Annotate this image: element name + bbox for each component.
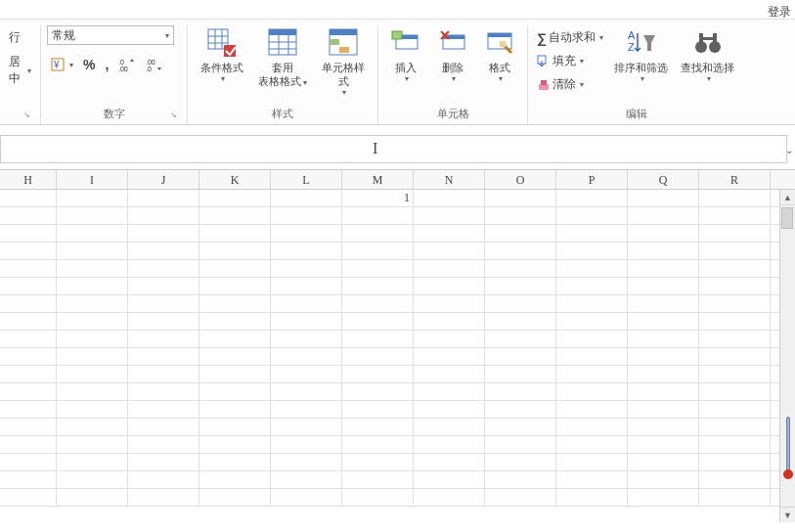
formula-bar-expand-icon[interactable]: ⌄ [785,144,793,155]
column-header[interactable]: O [485,170,556,189]
cell[interactable] [0,295,57,312]
find-select-button[interactable]: 查找和选择 ▾ [677,25,739,85]
cell[interactable] [271,366,342,382]
cell[interactable] [0,331,57,347]
cell[interactable] [342,454,414,470]
cell[interactable] [485,348,556,365]
cell[interactable] [699,207,771,224]
cell[interactable] [485,383,556,400]
cell[interactable] [0,225,57,242]
cell-style-button[interactable]: 单元格样式 ▾ [315,25,372,99]
cell[interactable] [628,436,699,453]
cell[interactable] [57,454,128,470]
cell[interactable] [128,436,199,453]
scroll-thumb[interactable] [781,207,793,229]
cell[interactable] [556,313,628,330]
cell[interactable] [699,436,771,453]
column-header[interactable]: Q [628,170,699,189]
cell[interactable] [199,278,271,294]
cell[interactable] [414,401,485,418]
cell[interactable] [199,401,271,418]
column-header[interactable]: K [199,170,271,189]
cell[interactable] [699,260,771,277]
cell[interactable] [414,471,485,488]
cell[interactable] [556,225,628,242]
cell[interactable] [556,383,628,400]
cell[interactable] [342,225,414,242]
cell[interactable] [414,383,485,400]
cell[interactable] [414,366,485,382]
cell[interactable] [128,331,199,347]
cell[interactable] [128,295,199,312]
cell[interactable] [199,313,271,330]
cell[interactable] [485,454,556,470]
cell[interactable] [699,489,771,506]
cell[interactable] [0,471,57,488]
cell[interactable] [199,383,271,400]
cell[interactable] [271,278,342,294]
cell[interactable] [271,313,342,330]
cell[interactable] [628,366,699,382]
cell[interactable] [485,331,556,347]
cell[interactable] [485,278,556,294]
cell[interactable] [271,331,342,347]
cell[interactable] [556,348,628,365]
cell[interactable] [128,190,199,206]
cell[interactable] [271,348,342,365]
column-header[interactable]: H [0,170,57,189]
cell[interactable] [628,419,699,435]
cell[interactable] [199,419,271,435]
cell[interactable] [414,489,485,506]
autosum-button[interactable]: ∑ 自动求和 ▾ [534,27,606,48]
cell[interactable] [271,489,342,506]
cell[interactable] [128,489,199,506]
cell[interactable] [699,383,771,400]
cell[interactable] [414,436,485,453]
cell[interactable] [628,313,699,330]
cell[interactable] [556,190,628,206]
cell[interactable] [556,278,628,294]
cell[interactable] [271,454,342,470]
cell[interactable] [271,207,342,224]
cell[interactable] [485,190,556,206]
cell[interactable] [128,278,199,294]
cell[interactable] [57,471,128,488]
cell[interactable] [699,348,771,365]
spreadsheet-grid[interactable]: 1 [0,190,779,522]
cell[interactable] [342,489,414,506]
cell[interactable] [0,260,57,277]
cell[interactable] [128,313,199,330]
cell[interactable] [342,260,414,277]
cell[interactable] [699,278,771,294]
cell[interactable] [342,348,414,365]
cell[interactable] [485,489,556,506]
insert-button[interactable]: 插入 ▾ [384,25,427,85]
sort-filter-button[interactable]: AZ 排序和筛选 ▾ [610,25,673,85]
cell[interactable] [628,471,699,488]
cell[interactable] [57,419,128,435]
cell[interactable] [128,260,199,277]
cell[interactable] [485,366,556,382]
column-header[interactable]: P [556,170,628,189]
cell[interactable] [414,454,485,470]
cell[interactable] [556,243,628,259]
cell[interactable] [556,260,628,277]
cell[interactable] [342,419,414,435]
cell[interactable] [128,366,199,382]
cell[interactable] [199,207,271,224]
cell[interactable] [342,278,414,294]
cell[interactable] [414,313,485,330]
cell[interactable] [128,243,199,259]
cell[interactable] [57,295,128,312]
cell[interactable] [628,295,699,312]
percent-button[interactable]: % [80,55,98,74]
cell[interactable] [342,295,414,312]
cell[interactable] [556,436,628,453]
cell[interactable] [414,225,485,242]
cell[interactable] [342,401,414,418]
cell[interactable] [342,436,414,453]
cell[interactable] [414,260,485,277]
accounting-format-button[interactable]: ¥ ▾ [47,55,76,74]
cell[interactable] [57,243,128,259]
cell[interactable] [271,383,342,400]
